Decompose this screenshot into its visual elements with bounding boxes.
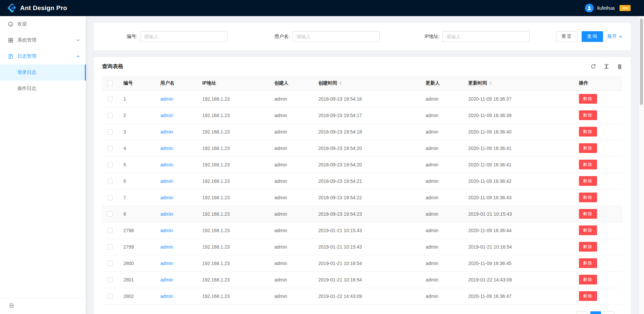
cell-updated-at: 2020-11-09 16:36:47 — [463, 288, 574, 304]
username-link[interactable]: admin — [160, 294, 173, 299]
cell-created-at: 2019-01-21 10:15:43 — [313, 239, 420, 255]
delete-button[interactable]: 删除 — [579, 193, 597, 202]
delete-button[interactable]: 删除 — [579, 275, 597, 284]
table-row[interactable]: 2799 admin 192.168.1.23 admin 2019-01-21… — [102, 239, 623, 255]
username-link[interactable]: admin — [160, 178, 173, 184]
row-checkbox[interactable] — [107, 146, 113, 151]
delete-button[interactable]: 删除 — [579, 291, 597, 301]
logo-home-link[interactable]: Ant Design Pro — [7, 3, 67, 13]
table-row[interactable]: 5 admin 192.168.1.23 admin 2018-09-23 19… — [102, 156, 623, 173]
username-link[interactable]: admin — [160, 113, 173, 118]
filter-id-input[interactable] — [140, 31, 227, 42]
row-checkbox[interactable] — [107, 294, 113, 299]
table-row[interactable]: 2802 admin 192.168.1.23 admin 2019-01-22… — [102, 288, 623, 304]
cell-actions: 删除 — [574, 271, 623, 288]
filter-field-id: 编号: — [102, 31, 252, 42]
table-row[interactable]: 6 admin 192.168.1.23 admin 2018-09-23 19… — [102, 173, 623, 189]
delete-button[interactable]: 删除 — [579, 176, 597, 186]
filter-ip-input[interactable] — [442, 31, 530, 42]
table-row[interactable]: 4 admin 192.168.1.23 admin 2018-09-23 19… — [102, 140, 623, 156]
table-row[interactable]: 1 admin 192.168.1.23 admin 2018-09-23 19… — [102, 91, 623, 107]
row-checkbox[interactable] — [107, 96, 113, 102]
log-document-icon — [8, 54, 13, 59]
row-checkbox[interactable] — [107, 162, 113, 167]
username-link[interactable]: admin — [160, 228, 173, 233]
table-row[interactable]: 7 admin 192.168.1.23 admin 2018-09-23 19… — [102, 189, 623, 206]
username-link[interactable]: admin — [160, 146, 173, 151]
sidebar-item-welcome[interactable]: 欢迎 — [0, 16, 86, 32]
username-link[interactable]: admin — [160, 195, 173, 200]
username-link[interactable]: admin — [160, 129, 173, 135]
query-button[interactable]: 查询 — [582, 31, 603, 42]
delete-button[interactable]: 删除 — [579, 209, 597, 219]
delete-button[interactable]: 删除 — [579, 225, 597, 235]
row-checkbox[interactable] — [107, 178, 113, 184]
sidebar-item-log-management[interactable]: 日志管理 — [0, 48, 86, 64]
cell-username: admin — [155, 91, 197, 107]
delete-button[interactable]: 删除 — [579, 94, 597, 104]
app-logo-icon — [7, 3, 17, 13]
sort-icon[interactable] — [339, 81, 342, 85]
table-row[interactable]: 2800 admin 192.168.1.23 admin 2019-01-21… — [102, 255, 623, 271]
cell-id: 3 — [118, 123, 155, 140]
row-checkbox[interactable] — [107, 228, 113, 233]
search-form-card: 编号: 用户名: IP地址: 重置 查询 展开 — [94, 23, 631, 50]
delete-button[interactable]: 删除 — [579, 127, 597, 137]
row-checkbox[interactable] — [107, 261, 113, 266]
delete-button[interactable]: 删除 — [579, 160, 597, 169]
table-row[interactable]: 2798 admin 192.168.1.23 admin 2019-01-21… — [102, 222, 623, 239]
menu-fold-icon[interactable] — [9, 303, 14, 308]
delete-button[interactable]: 删除 — [579, 143, 597, 153]
cell-ip: 192.168.1.23 — [197, 271, 269, 288]
pagination-page-1[interactable]: 1 — [590, 311, 601, 314]
user-name[interactable]: liufeihua — [597, 5, 614, 11]
username-link[interactable]: admin — [160, 96, 173, 102]
column-height-icon[interactable] — [604, 64, 609, 69]
pagination-next[interactable]: › — [604, 311, 614, 314]
expand-label: 展开 — [607, 34, 617, 40]
cell-actions: 删除 — [574, 107, 623, 123]
row-checkbox[interactable] — [107, 113, 113, 118]
cell-updater: admin — [420, 156, 463, 173]
username-link[interactable]: admin — [160, 162, 173, 167]
row-checkbox[interactable] — [107, 277, 113, 282]
select-all-checkbox[interactable] — [107, 81, 113, 86]
row-checkbox[interactable] — [107, 244, 113, 250]
col-actions: 操作 — [574, 76, 623, 91]
username-link[interactable]: admin — [160, 244, 173, 250]
row-checkbox[interactable] — [107, 129, 113, 135]
cell-created-at: 2018-09-23 19:54:20 — [313, 156, 420, 173]
cell-ip: 192.168.1.23 — [197, 222, 269, 239]
filter-id-label: 编号: — [127, 34, 138, 40]
username-link[interactable]: admin — [160, 261, 173, 266]
filter-username-input[interactable] — [292, 31, 380, 42]
sidebar-item-operation-log[interactable]: 操作日志 — [0, 81, 86, 97]
username-link[interactable]: admin — [160, 277, 173, 282]
delete-button[interactable]: 删除 — [579, 110, 597, 120]
row-checkbox[interactable] — [107, 195, 113, 200]
reset-button[interactable]: 重置 — [556, 31, 578, 42]
sort-icon[interactable] — [489, 81, 492, 85]
sidebar-item-login-log[interactable]: 登录日志 — [0, 64, 86, 81]
delete-button[interactable]: 删除 — [579, 242, 597, 252]
sidebar-item-system-management[interactable]: 系统管理 — [0, 32, 86, 48]
cell-creator: admin — [269, 107, 313, 123]
pagination-prev[interactable]: ‹ — [577, 311, 588, 314]
table-row[interactable]: 8 admin 192.168.1.23 admin 2018-09-23 19… — [102, 206, 623, 222]
table-row[interactable]: 3 admin 192.168.1.23 admin 2018-09-23 19… — [102, 123, 623, 140]
cell-created-at: 2019-01-21 10:15:43 — [313, 222, 420, 239]
table-row[interactable]: 2 admin 192.168.1.23 admin 2018-09-23 19… — [102, 107, 623, 123]
expand-link[interactable]: 展开 — [607, 34, 623, 40]
row-checkbox[interactable] — [107, 211, 113, 217]
sidebar: 欢迎 系统管理 日志管理 — [0, 16, 86, 314]
refresh-icon[interactable] — [591, 64, 596, 69]
sidebar-item-label: 登录日志 — [17, 69, 36, 75]
cell-updated-at: 2020-11-09 16:36:43 — [463, 189, 574, 206]
avatar[interactable] — [585, 4, 594, 12]
settings-gear-icon[interactable] — [617, 64, 623, 69]
delete-button[interactable]: 删除 — [579, 258, 597, 268]
table-row[interactable]: 2801 admin 192.168.1.23 admin 2019-01-21… — [102, 271, 623, 288]
scrollbar-thumb[interactable] — [640, 18, 643, 105]
username-link[interactable]: admin — [160, 211, 173, 217]
cell-ip: 192.168.1.23 — [197, 107, 269, 123]
